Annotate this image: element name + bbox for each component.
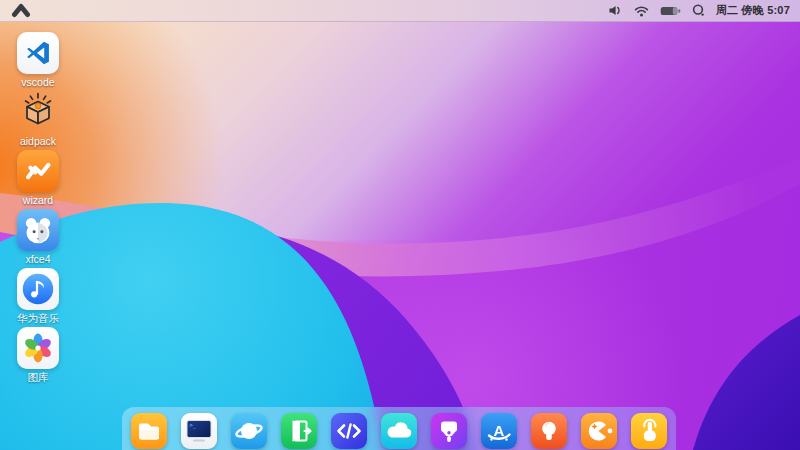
desktop-icon-label: 华为音乐	[17, 312, 59, 326]
code-tags-icon	[331, 413, 367, 449]
system-tray: 周二 傍晚 5:07	[608, 3, 790, 18]
dock-item-exit-door[interactable]	[281, 413, 317, 449]
desktop-icon-vscode[interactable]: vscode	[9, 32, 67, 91]
package-box-icon	[17, 91, 59, 133]
dock: >_	[122, 407, 676, 450]
cloud-icon	[381, 413, 417, 449]
dock-item-browser[interactable]	[231, 413, 267, 449]
music-note-icon	[17, 268, 59, 310]
caret-logo-icon	[10, 0, 32, 22]
lightbulb-icon	[531, 413, 567, 449]
system-menu-button[interactable]	[10, 0, 32, 22]
battery-icon[interactable]	[660, 5, 681, 17]
desktop-wallpaper	[0, 0, 800, 450]
flower-gallery-icon	[17, 327, 59, 369]
xfce-mouse-logo-icon	[17, 209, 59, 251]
dock-item-file-manager[interactable]	[131, 413, 167, 449]
pacman-icon	[581, 413, 617, 449]
desktop-icon-label: wizard	[23, 194, 53, 206]
desktop-icon-huawei-music[interactable]: 华为音乐	[9, 268, 67, 327]
desktop-icon-column: vscode aidpack	[9, 32, 67, 386]
desktop-icon-label: aidpack	[20, 135, 56, 147]
dock-item-code-editor[interactable]	[331, 413, 367, 449]
search-icon[interactable]	[692, 4, 705, 17]
desktop-icon-label: vscode	[21, 76, 54, 88]
volume-icon[interactable]	[608, 4, 623, 17]
dock-item-app-store[interactable]: A	[481, 413, 517, 449]
desktop-icon-aidpack[interactable]: aidpack	[9, 91, 67, 150]
planet-icon	[231, 413, 267, 449]
dock-item-cloud[interactable]	[381, 413, 417, 449]
paint-brush-icon	[431, 413, 467, 449]
desktop-icon-label: 图库	[28, 371, 49, 385]
dock-item-game-center[interactable]	[581, 413, 617, 449]
desktop-icon-label: xfce4	[25, 253, 50, 265]
dock-item-tips[interactable]	[531, 413, 567, 449]
svg-text:A: A	[494, 422, 505, 439]
menubar: 周二 傍晚 5:07	[0, 0, 800, 22]
desktop-icon-xfce4[interactable]: xfce4	[9, 209, 67, 268]
dock-item-touch[interactable]	[631, 413, 667, 449]
dock-item-terminal[interactable]: >_	[181, 413, 217, 449]
desktop-icon-gallery[interactable]: 图库	[9, 327, 67, 386]
svg-text:>_: >_	[190, 422, 197, 429]
terminal-icon: >_	[181, 413, 217, 449]
desktop-icon-wizard[interactable]: wizard	[9, 150, 67, 209]
zigzag-logo-icon	[17, 150, 59, 192]
clock[interactable]: 周二 傍晚 5:07	[716, 3, 790, 18]
door-arrow-icon	[281, 413, 317, 449]
tap-hand-icon	[631, 413, 667, 449]
vscode-logo-icon	[17, 32, 59, 74]
dock-item-paint[interactable]	[431, 413, 467, 449]
wifi-icon[interactable]	[634, 5, 649, 17]
appstore-a-icon: A	[481, 413, 517, 449]
folder-icon	[131, 413, 167, 449]
